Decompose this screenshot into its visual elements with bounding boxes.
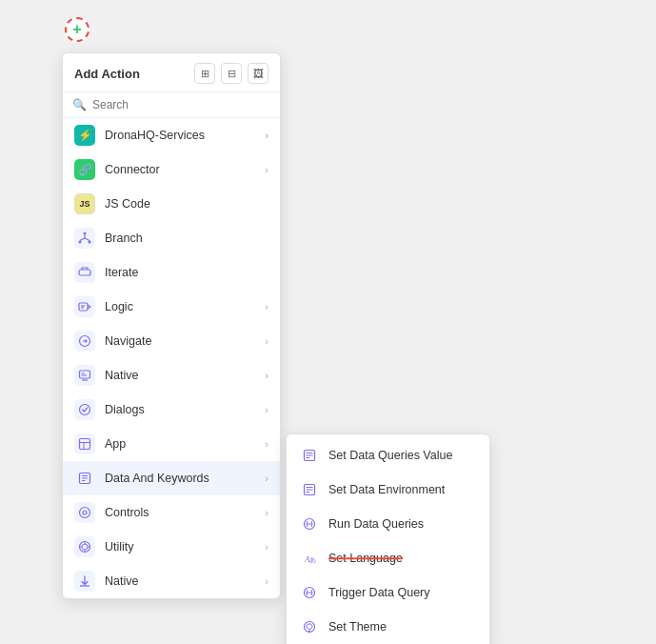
svg-text:あ: あ [309,556,316,564]
dronhq-label: DronaHQ-Services [105,129,255,142]
svg-point-25 [82,544,88,550]
svg-point-23 [83,511,87,514]
svg-line-5 [85,238,89,241]
app-label: App [105,437,255,451]
data-arrow: › [265,473,268,484]
image-view-button[interactable]: 🖼 [248,63,268,84]
native2-label: Native [105,574,255,588]
menu-item-connector[interactable]: 🔗 Connector › [63,152,280,187]
submenu-set-data-queries[interactable]: Set Data Queries Value [287,438,489,473]
menu-item-logic[interactable]: Logic › [63,290,280,324]
add-action-button[interactable]: + [65,17,89,42]
menu-item-dialogs[interactable]: Dialogs › [63,392,280,427]
dronhq-icon: ⚡ [74,125,95,146]
iterate-label: Iterate [105,266,268,279]
connector-icon: 🔗 [74,159,95,180]
logic-arrow: › [265,301,268,312]
controls-arrow: › [265,507,268,518]
svg-point-2 [89,241,91,244]
app-arrow: › [265,438,268,450]
dialogs-label: Dialogs [105,403,255,416]
navigate-label: Navigate [105,334,255,348]
menu-item-app[interactable]: App › [63,427,280,461]
svg-point-1 [79,241,82,244]
dialogs-icon [74,399,95,420]
svg-point-0 [84,232,87,235]
iterate-icon [74,262,95,283]
set-data-queries-label: Set Data Queries Value [328,449,452,462]
navigate-arrow: › [265,335,268,347]
grid-view-button[interactable]: ⊞ [194,63,215,84]
set-language-label: Set Language [328,552,403,565]
submenu-run-data-queries[interactable]: Run Data Queries [287,507,489,541]
add-action-panel: Add Action ⊞ ⊟ 🖼 🔍 ⚡ DronaHQ-Services › … [62,52,281,599]
svg-rect-15 [80,439,90,450]
menu-item-native[interactable]: Native › [63,358,280,392]
menu-item-native2[interactable]: Native › [63,564,280,598]
logic-label: Logic [105,300,255,313]
svg-rect-11 [80,371,90,378]
submenu-trigger-data-query[interactable]: Trigger Data Query [287,575,489,610]
panel-icon-buttons: ⊞ ⊟ 🖼 [194,63,268,84]
search-box: 🔍 [63,92,280,118]
menu-item-dronhq[interactable]: ⚡ DronaHQ-Services › [63,118,280,152]
menu-item-jscode[interactable]: JS JS Code [63,187,280,221]
svg-point-22 [80,508,90,518]
list-view-button[interactable]: ⊟ [221,63,242,84]
navigate-icon [74,331,95,352]
jscode-label: JS Code [105,197,268,211]
search-input[interactable] [92,98,270,111]
menu-item-iterate[interactable]: Iterate [63,255,280,290]
plus-icon: + [72,21,81,38]
submenu-data-keywords: Set Data Queries Value Set Data Environm… [286,433,490,644]
utility-label: Utility [105,540,255,553]
set-data-env-icon [300,480,319,499]
menu-item-navigate[interactable]: Navigate › [63,324,280,358]
submenu-set-theme[interactable]: Set Theme [287,610,489,644]
controls-label: Controls [105,506,255,519]
utility-icon [74,536,95,557]
svg-rect-6 [79,270,90,275]
dialogs-arrow: › [265,404,268,415]
jscode-icon: JS [74,193,95,214]
logic-icon [74,296,95,317]
svg-point-14 [80,405,90,415]
dronhq-arrow: › [265,130,268,141]
submenu-set-language[interactable]: A あ Set Language [287,541,489,575]
data-label: Data And Keywords [105,472,255,485]
run-data-queries-icon [300,514,319,533]
menu-item-branch[interactable]: Branch [63,221,280,255]
set-theme-icon [300,617,319,636]
trigger-data-query-label: Trigger Data Query [328,586,430,599]
svg-line-4 [80,238,85,241]
data-icon [74,468,95,489]
svg-rect-7 [79,303,88,311]
menu-list: ⚡ DronaHQ-Services › 🔗 Connector › JS JS… [63,118,280,598]
connector-label: Connector [105,163,255,176]
native2-arrow: › [265,575,268,587]
connector-arrow: › [265,164,268,175]
controls-icon [74,502,95,523]
native2-icon [74,571,95,592]
app-icon [74,433,95,454]
trigger-data-query-icon [300,583,319,602]
panel-title: Add Action [74,67,140,81]
native-label: Native [105,369,255,382]
native-arrow: › [265,370,268,381]
search-icon: 🔍 [72,98,87,111]
run-data-queries-label: Run Data Queries [328,517,424,531]
branch-icon [74,228,95,249]
native-icon [74,365,95,386]
svg-point-42 [308,631,310,633]
menu-item-data[interactable]: Data And Keywords › [63,461,280,495]
menu-item-utility[interactable]: Utility › [63,530,280,564]
branch-label: Branch [105,231,268,245]
set-data-env-label: Set Data Environment [328,483,445,496]
utility-arrow: › [265,541,268,553]
set-theme-label: Set Theme [328,620,387,634]
menu-item-controls[interactable]: Controls › [63,495,280,530]
set-data-queries-icon [300,446,319,465]
submenu-set-data-environment[interactable]: Set Data Environment [287,473,489,507]
panel-header: Add Action ⊞ ⊟ 🖼 [63,53,280,92]
set-language-icon: A あ [300,549,319,568]
